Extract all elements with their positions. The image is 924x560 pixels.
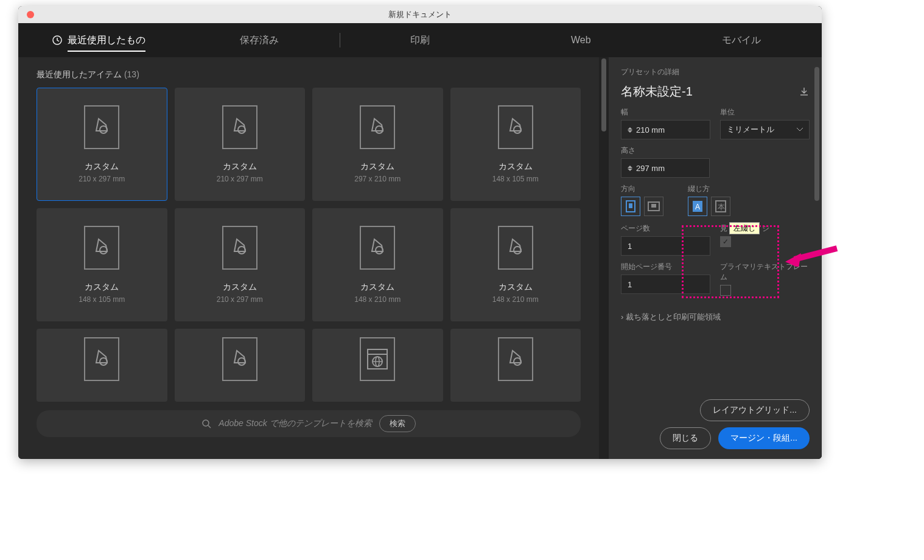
- width-stepper[interactable]: [628, 127, 632, 133]
- tab-mobile[interactable]: モバイル: [661, 23, 822, 57]
- preset-card-name: カスタム: [85, 161, 119, 172]
- landscape-icon: [648, 201, 660, 211]
- svg-point-6: [238, 247, 245, 254]
- margin-columns-button[interactable]: マージン・段組...: [718, 427, 810, 449]
- orientation-landscape-button[interactable]: [644, 197, 663, 216]
- document-icon: [498, 337, 533, 381]
- recent-items-count: (13): [124, 69, 139, 79]
- stock-search-button[interactable]: 検索: [379, 415, 416, 432]
- preset-card[interactable]: カスタム 148 x 105 mm: [37, 208, 167, 321]
- chevron-right-icon: ›: [621, 312, 623, 321]
- unit-select[interactable]: ミリメートル: [720, 120, 810, 139]
- document-icon: [84, 226, 119, 270]
- svg-point-5: [100, 247, 107, 254]
- facing-pages-checkbox[interactable]: ✓: [720, 236, 731, 247]
- svg-point-7: [376, 247, 383, 254]
- document-icon: [84, 105, 119, 149]
- preset-card-name: カスタム: [223, 161, 257, 172]
- bleed-label: 裁ち落としと印刷可能領域: [626, 312, 721, 321]
- binding-left-button[interactable]: A: [688, 197, 707, 216]
- preset-card[interactable]: [175, 329, 306, 402]
- svg-rect-20: [629, 203, 632, 208]
- category-tabs: 最近使用したもの 保存済み 印刷 Web モバイル: [18, 23, 822, 57]
- document-icon: [222, 226, 257, 270]
- start-page-input[interactable]: 1: [621, 275, 710, 294]
- tab-recent[interactable]: 最近使用したもの: [18, 23, 179, 57]
- tab-web[interactable]: Web: [500, 23, 661, 57]
- annotation-arrow-icon: [785, 242, 840, 267]
- window-close-button[interactable]: [27, 11, 34, 18]
- layout-grid-button[interactable]: レイアウトグリッド...: [700, 399, 810, 421]
- preset-card-dimensions: 148 x 210 mm: [492, 295, 539, 304]
- preset-card[interactable]: カスタム 148 x 210 mm: [450, 208, 581, 321]
- preset-card-dimensions: 148 x 105 mm: [79, 295, 125, 304]
- svg-point-8: [514, 247, 521, 254]
- height-value: 297 mm: [636, 164, 665, 173]
- pages-value: 1: [628, 242, 632, 251]
- start-page-value: 1: [628, 280, 632, 289]
- document-icon: [360, 105, 395, 149]
- preset-card[interactable]: [312, 329, 443, 402]
- start-page-label: 開始ページ番号: [621, 262, 710, 272]
- binding-right-button[interactable]: 本: [711, 197, 730, 216]
- chevron-down-icon: [797, 128, 803, 131]
- titlebar: 新規ドキュメント: [18, 6, 822, 23]
- document-name[interactable]: 名称未設定-1: [621, 83, 693, 100]
- preset-card[interactable]: [37, 329, 167, 402]
- svg-line-18: [208, 425, 211, 428]
- width-label: 幅: [621, 107, 710, 117]
- close-button[interactable]: 閉じる: [660, 427, 711, 449]
- primary-text-frame-checkbox[interactable]: [720, 285, 731, 296]
- preset-card[interactable]: カスタム 210 x 297 mm: [175, 208, 306, 321]
- height-stepper[interactable]: [628, 166, 632, 171]
- orientation-portrait-button[interactable]: [621, 197, 640, 216]
- portrait-icon: [626, 200, 635, 212]
- globe-icon: [360, 337, 395, 381]
- svg-point-16: [514, 358, 521, 365]
- height-input[interactable]: 297 mm: [621, 158, 710, 178]
- preset-card-name: カスタム: [499, 161, 533, 172]
- preset-card-name: カスタム: [85, 282, 119, 293]
- preset-card-name: カスタム: [223, 282, 257, 293]
- tab-web-label: Web: [571, 35, 591, 46]
- height-label: 高さ: [621, 145, 710, 156]
- preset-card-dimensions: 297 x 210 mm: [354, 175, 401, 183]
- stock-search-placeholder[interactable]: Adobe Stock で他のテンプレートを検索: [219, 418, 371, 429]
- document-icon: [84, 337, 119, 381]
- svg-point-17: [203, 420, 209, 426]
- bleed-disclosure[interactable]: › 裁ち落としと印刷可能領域: [621, 312, 810, 323]
- svg-rect-22: [651, 204, 656, 208]
- new-document-dialog: 新規ドキュメント 最近使用したもの 保存済み 印刷 Web モバイル 最近使用し…: [18, 6, 822, 459]
- unit-label: 単位: [720, 107, 810, 117]
- document-icon: [498, 105, 533, 149]
- tab-saved[interactable]: 保存済み: [179, 23, 340, 57]
- tab-recent-label: 最近使用したもの: [68, 34, 145, 52]
- tab-print-label: 印刷: [410, 34, 430, 47]
- preset-card[interactable]: カスタム 297 x 210 mm: [312, 88, 443, 201]
- scrollbar-thumb[interactable]: [814, 67, 819, 201]
- presets-scrollbar[interactable]: [599, 57, 609, 459]
- scrollbar-thumb[interactable]: [601, 58, 606, 131]
- preset-card-dimensions: 210 x 297 mm: [79, 175, 125, 183]
- preset-card[interactable]: [450, 329, 581, 402]
- download-preset-icon[interactable]: [799, 86, 810, 97]
- clock-icon: [52, 35, 63, 46]
- pages-input[interactable]: 1: [621, 236, 710, 256]
- svg-point-2: [238, 126, 245, 133]
- tab-saved-label: 保存済み: [240, 34, 279, 47]
- width-input[interactable]: 210 mm: [621, 120, 710, 139]
- preset-card-name: カスタム: [360, 282, 394, 293]
- svg-text:本: 本: [718, 203, 725, 211]
- preset-card[interactable]: カスタム 148 x 210 mm: [312, 208, 443, 321]
- binding-tooltip: 左綴じ: [729, 222, 760, 234]
- preset-card-name: カスタム: [360, 161, 394, 172]
- preset-card-dimensions: 210 x 297 mm: [217, 175, 263, 183]
- document-icon: [360, 226, 395, 270]
- preset-card[interactable]: カスタム 148 x 105 mm: [450, 88, 581, 201]
- tab-mobile-label: モバイル: [722, 34, 761, 47]
- preset-card[interactable]: カスタム 210 x 297 mm: [175, 88, 306, 201]
- preset-card[interactable]: カスタム 210 x 297 mm: [37, 88, 167, 201]
- window-title: 新規ドキュメント: [388, 9, 452, 20]
- tab-print[interactable]: 印刷: [340, 23, 501, 57]
- document-icon: [498, 226, 533, 270]
